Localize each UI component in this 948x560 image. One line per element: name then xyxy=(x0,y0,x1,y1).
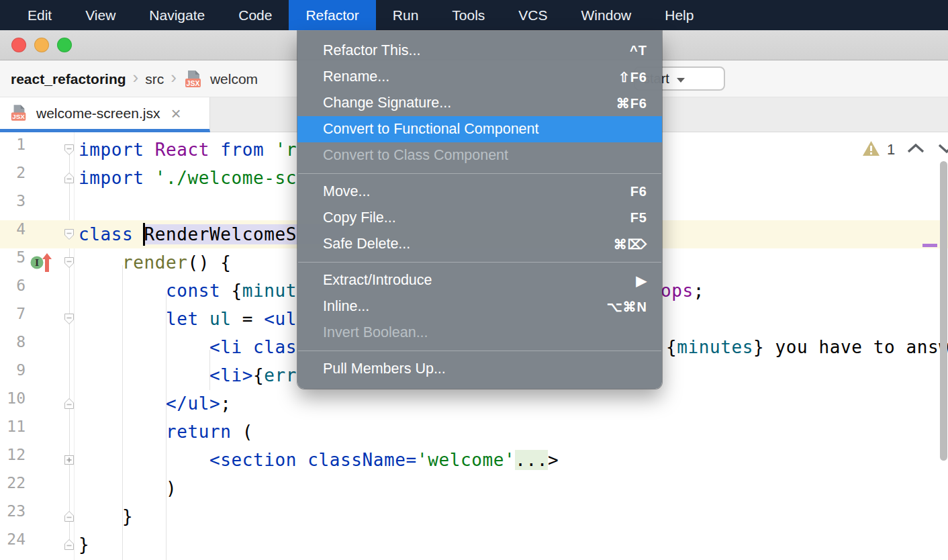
menubar-item-navigate[interactable]: Navigate xyxy=(132,0,222,30)
menu-item-shortcut: ▶ xyxy=(636,273,647,289)
inspection-widget[interactable]: 1 xyxy=(862,140,948,159)
fold-toggle-icon[interactable] xyxy=(62,143,76,156)
menu-item-shortcut: ⌥⌘N xyxy=(607,299,648,315)
menubar-item-vcs[interactable]: VCS xyxy=(502,0,564,30)
previous-warning-chevron-icon[interactable] xyxy=(907,143,925,156)
fold-toggle-icon[interactable] xyxy=(62,228,76,241)
menu-item-change-signature[interactable]: Change Signature...⌘F6 xyxy=(297,90,662,116)
menubar-item-tools[interactable]: Tools xyxy=(435,0,502,30)
fold-toggle-icon[interactable] xyxy=(62,312,76,326)
code-text: {minutes} you have to answ xyxy=(666,333,948,361)
line-number: 24 xyxy=(0,530,26,559)
menu-item-shortcut: ⌘F6 xyxy=(616,95,647,111)
menu-item-label: Safe Delete... xyxy=(323,236,410,252)
refactor-menu: Refactor This...^TRename...⇧F6Change Sig… xyxy=(297,31,662,389)
jsx-file-icon: JSX xyxy=(183,70,203,89)
line-number: 6 xyxy=(0,277,26,305)
menu-item-label: Extract/Introduce xyxy=(323,272,432,289)
next-warning-chevron-icon[interactable] xyxy=(938,143,948,156)
tab-welcome-screen[interactable]: JSX welcome-screen.jsx × xyxy=(0,97,210,132)
menu-item-shortcut: F6 xyxy=(630,184,647,199)
minimize-window-button[interactable] xyxy=(34,38,49,52)
menu-item-safe-delete[interactable]: Safe Delete...⌘⌦ xyxy=(297,231,662,257)
menu-item-convert-to-class-component: Convert to Class Component xyxy=(297,142,662,169)
menubar-item-refactor[interactable]: Refactor xyxy=(289,0,375,30)
tab-title: welcome-screen.jsx xyxy=(36,105,160,122)
menubar-item-window[interactable]: Window xyxy=(565,0,649,30)
menubar: EditViewNavigateCodeRefactorRunToolsVCSW… xyxy=(0,0,948,30)
navigate-up-arrow-icon[interactable] xyxy=(41,252,53,275)
menu-item-move[interactable]: Move...F6 xyxy=(297,179,662,205)
code-text: } xyxy=(79,502,133,530)
fold-toggle-icon[interactable] xyxy=(62,538,76,551)
fold-toggle-icon[interactable] xyxy=(62,256,76,269)
menu-item-shortcut: ^T xyxy=(630,43,647,58)
menu-item-convert-to-functional-component[interactable]: Convert to Functional Component xyxy=(297,116,662,142)
menu-item-refactor-this[interactable]: Refactor This...^T xyxy=(297,38,662,64)
menu-item-label: Convert to Class Component xyxy=(323,147,508,164)
menu-item-extract-introduce[interactable]: Extract/Introduce▶ xyxy=(297,267,662,293)
menu-item-invert-boolean: Invert Boolean... xyxy=(297,320,662,346)
editor-scrollbar[interactable] xyxy=(940,161,947,461)
breadcrumb-project[interactable]: react_refactoring xyxy=(11,71,126,87)
breadcrumb-separator-icon: › xyxy=(171,67,177,88)
code-text: } xyxy=(79,530,89,559)
code-text: <li>{err xyxy=(79,361,297,389)
menu-item-label: Convert to Functional Component xyxy=(323,121,538,138)
line-number: 23 xyxy=(0,502,26,530)
menubar-item-help[interactable]: Help xyxy=(648,0,710,30)
menu-item-label: Move... xyxy=(323,183,371,200)
ide-window: EditViewNavigateCodeRefactorRunToolsVCSW… xyxy=(0,0,948,560)
zoom-window-button[interactable] xyxy=(57,38,72,52)
menu-separator xyxy=(298,262,661,263)
menu-item-inline[interactable]: Inline...⌥⌘N xyxy=(297,293,662,320)
line-number: 5 xyxy=(0,248,26,277)
menu-item-label: Inline... xyxy=(323,298,369,315)
fold-toggle-icon[interactable] xyxy=(62,171,76,185)
line-number: 12 xyxy=(0,446,26,474)
line-number: 2 xyxy=(0,164,26,192)
text-caret xyxy=(143,223,145,246)
breadcrumb-folder[interactable]: src xyxy=(145,71,164,87)
menu-item-shortcut: ⇧F6 xyxy=(618,69,647,85)
menu-separator xyxy=(298,173,661,174)
line-number: 22 xyxy=(0,474,26,502)
menubar-item-code[interactable]: Code xyxy=(222,0,289,30)
code-text: <li clas xyxy=(79,333,297,361)
menu-item-shortcut: ⌘⌦ xyxy=(614,236,647,252)
fold-expand-icon[interactable] xyxy=(62,453,76,467)
menu-item-pull-members-up[interactable]: Pull Members Up... xyxy=(297,356,662,382)
folding-rail xyxy=(69,144,70,544)
close-window-button[interactable] xyxy=(11,38,26,52)
fold-toggle-icon[interactable] xyxy=(62,510,76,523)
menu-item-shortcut: F5 xyxy=(630,210,647,226)
line-number: 11 xyxy=(0,418,26,446)
breadcrumb-separator-icon: › xyxy=(133,67,139,88)
menubar-item-edit[interactable]: Edit xyxy=(11,0,68,30)
code-text: <section className='welcome'...> xyxy=(79,446,559,474)
chevron-down-icon xyxy=(676,71,685,87)
code-text: return ( xyxy=(79,418,253,446)
svg-text:I: I xyxy=(35,258,39,268)
menu-item-copy-file[interactable]: Copy File...F5 xyxy=(297,205,662,231)
fold-toggle-icon[interactable] xyxy=(62,397,76,410)
code-text: import './welcome-sc xyxy=(79,164,297,192)
menu-item-label: Rename... xyxy=(323,68,389,85)
menu-separator xyxy=(298,351,661,351)
menu-item-label: Change Signature... xyxy=(323,95,451,111)
line-number: 8 xyxy=(0,333,26,361)
menubar-item-view[interactable]: View xyxy=(68,0,132,30)
menu-item-label: Pull Members Up... xyxy=(323,361,446,377)
line-number: 7 xyxy=(0,305,26,333)
jsx-file-icon: JSX xyxy=(9,104,28,122)
line-number: 10 xyxy=(0,389,26,418)
menu-item-label: Copy File... xyxy=(323,209,396,226)
line-number: 1 xyxy=(0,136,26,164)
code-text: ) xyxy=(79,474,177,502)
close-tab-icon[interactable]: × xyxy=(171,105,181,122)
menubar-item-run[interactable]: Run xyxy=(376,0,436,30)
menu-item-rename[interactable]: Rename...⇧F6 xyxy=(297,64,662,90)
line-number: 3 xyxy=(0,192,26,220)
error-stripe-mark[interactable] xyxy=(922,244,937,247)
breadcrumb-file[interactable]: welcom xyxy=(210,71,258,87)
